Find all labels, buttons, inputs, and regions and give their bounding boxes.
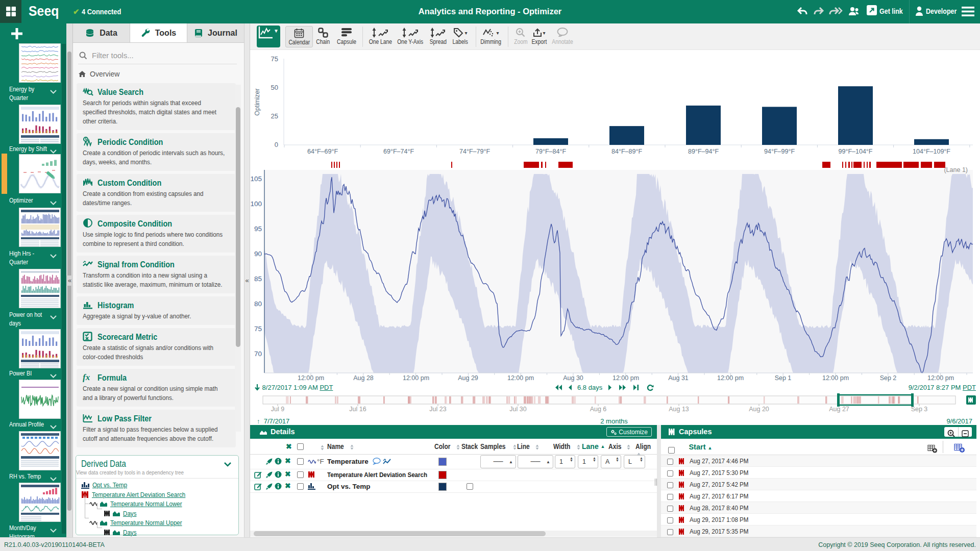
svg-text:12:00 pm: 12:00 pm xyxy=(403,374,429,382)
svg-text:Aug 27: Aug 27 xyxy=(829,406,849,413)
svg-text:Jul 9: Jul 9 xyxy=(271,406,284,413)
svg-text:100: 100 xyxy=(250,200,262,208)
svg-text:12:00 pm: 12:00 pm xyxy=(927,374,954,382)
svg-text:75: 75 xyxy=(254,325,262,333)
svg-text:fx: fx xyxy=(83,372,90,382)
svg-text:74°F–79°F: 74°F–79°F xyxy=(459,148,490,155)
svg-text:Jul 23: Jul 23 xyxy=(429,406,446,413)
svg-text:12:00 pm: 12:00 pm xyxy=(717,374,744,382)
svg-text:Aug 20: Aug 20 xyxy=(749,406,769,413)
svg-text:95: 95 xyxy=(254,225,262,233)
svg-text:69°F–74°F: 69°F–74°F xyxy=(383,148,414,155)
svg-text:25: 25 xyxy=(271,112,278,120)
svg-text:50: 50 xyxy=(271,84,278,91)
svg-text:↑ 7/7/2017: ↑ 7/7/2017 xyxy=(257,417,289,425)
svg-text:Aug 31: Aug 31 xyxy=(668,374,689,382)
svg-text:Optimizer: Optimizer xyxy=(254,88,261,115)
svg-text:9/6/2017: 9/6/2017 xyxy=(946,417,972,425)
svg-text:64°F–69°F: 64°F–69°F xyxy=(307,148,338,155)
svg-text:99°F–104°F: 99°F–104°F xyxy=(839,148,873,155)
svg-text:12:00 pm: 12:00 pm xyxy=(298,374,324,382)
svg-text:Aug 29: Aug 29 xyxy=(458,374,478,382)
svg-text:80: 80 xyxy=(254,300,262,308)
svg-text:Sep 2: Sep 2 xyxy=(880,374,897,382)
svg-text:90: 90 xyxy=(254,250,262,258)
svg-text:104°F–109°F: 104°F–109°F xyxy=(913,148,950,155)
svg-text:89°F–94°F: 89°F–94°F xyxy=(688,148,719,155)
svg-text:75: 75 xyxy=(271,55,278,63)
svg-text:79°F–84°F: 79°F–84°F xyxy=(535,148,566,155)
svg-text:70: 70 xyxy=(254,350,262,358)
svg-text:84°F–89°F: 84°F–89°F xyxy=(611,148,642,155)
svg-text:Aug 13: Aug 13 xyxy=(669,406,689,413)
svg-text:0: 0 xyxy=(275,141,278,148)
svg-text:Jul 30: Jul 30 xyxy=(509,406,526,413)
svg-text:2 months: 2 months xyxy=(600,417,628,425)
svg-text:Aug 6: Aug 6 xyxy=(590,406,607,413)
svg-text:12:00 pm: 12:00 pm xyxy=(507,374,534,382)
svg-text:Jul 16: Jul 16 xyxy=(349,406,366,413)
svg-text:Aug 30: Aug 30 xyxy=(563,374,583,382)
svg-text:Aug 28: Aug 28 xyxy=(353,374,374,382)
svg-text:12:00 pm: 12:00 pm xyxy=(822,374,849,382)
svg-text:(Lane 1): (Lane 1) xyxy=(944,166,968,173)
svg-text:Sep 1: Sep 1 xyxy=(775,374,792,382)
svg-text:105: 105 xyxy=(250,175,262,183)
svg-text:12:00 pm: 12:00 pm xyxy=(612,374,639,382)
svg-text:Sep 3: Sep 3 xyxy=(911,406,928,413)
svg-text:94°F–99°F: 94°F–99°F xyxy=(764,148,795,155)
svg-text:85: 85 xyxy=(254,275,262,283)
